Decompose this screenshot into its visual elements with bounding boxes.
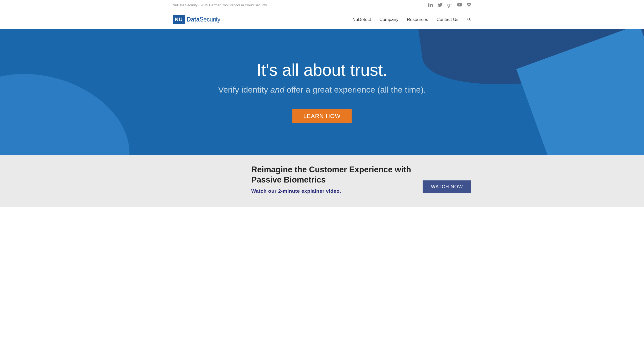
section-biometrics: Reimagine the Customer Experience with P… bbox=[0, 155, 644, 207]
search-icon[interactable] bbox=[467, 17, 471, 22]
hero-subtitle: Verify identity and offer a great experi… bbox=[218, 85, 426, 95]
section-title: Reimagine the Customer Experience with P… bbox=[251, 165, 412, 185]
header: NU DataSecurity NuDetect Company Resourc… bbox=[0, 10, 644, 29]
slideshare-icon[interactable] bbox=[467, 3, 471, 7]
logo-text: DataSecurity bbox=[187, 16, 220, 23]
watch-now-button[interactable]: WATCH NOW bbox=[423, 180, 471, 193]
tagline: NuData Security - 2015 Gartner Cool Vend… bbox=[173, 3, 267, 7]
topbar: NuData Security - 2015 Gartner Cool Vend… bbox=[0, 0, 644, 10]
linkedin-icon[interactable] bbox=[428, 3, 433, 7]
hero-title: It's all about trust. bbox=[218, 60, 426, 80]
logo[interactable]: NU DataSecurity bbox=[173, 15, 220, 24]
nav-item-company[interactable]: Company bbox=[379, 17, 399, 22]
nav-item-contact[interactable]: Contact Us bbox=[436, 17, 459, 22]
learn-how-button[interactable]: LEARN HOW bbox=[292, 109, 352, 123]
twitter-icon[interactable] bbox=[438, 3, 443, 7]
youtube-icon[interactable] bbox=[457, 3, 462, 7]
social-icons: g⁺ bbox=[428, 2, 471, 8]
section-subtitle: Watch our 2-minute explainer video. bbox=[251, 188, 412, 194]
logo-box: NU bbox=[173, 15, 185, 24]
nav-item-resources[interactable]: Resources bbox=[407, 17, 428, 22]
nav-item-nudetect[interactable]: NuDetect bbox=[352, 17, 371, 22]
googleplus-icon[interactable]: g⁺ bbox=[447, 2, 452, 8]
hero: It's all about trust. Verify identity an… bbox=[0, 29, 644, 155]
nav: NuDetect Company Resources Contact Us bbox=[352, 17, 471, 22]
